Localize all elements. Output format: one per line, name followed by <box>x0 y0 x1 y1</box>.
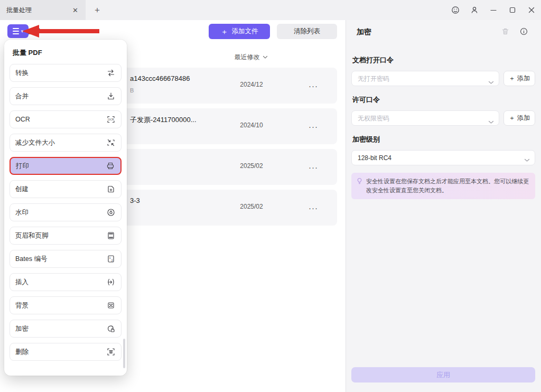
menu-item-label: 页眉和页脚 <box>15 231 49 240</box>
menu-item-label: 合并 <box>15 92 29 101</box>
tab-close-icon[interactable]: ✕ <box>71 6 79 14</box>
open-password-input[interactable] <box>352 71 499 86</box>
app-window: 批量处理 ✕ ＋ 加密 ▾ ＋ 添加文件 <box>0 0 541 392</box>
menu-item-convert[interactable]: 转换 <box>10 64 122 82</box>
row-more-button[interactable]: ··· <box>304 117 322 135</box>
row-more-button[interactable]: ··· <box>304 199 322 217</box>
trash-icon[interactable] <box>501 27 510 38</box>
batch-pdf-dropdown-menu: 批量 PDF 转换 合并 OCR OCR 减少文件大小 打印 <box>4 40 127 376</box>
file-name: 3-3 <box>130 197 140 204</box>
print-icon <box>106 161 115 171</box>
insert-icon <box>106 277 116 287</box>
add-files-label: 添加文件 <box>232 27 258 36</box>
theme-palette-icon[interactable] <box>446 0 465 20</box>
tab-batch-processing[interactable]: 批量处理 ✕ <box>0 0 86 20</box>
menu-item-label: 减少文件大小 <box>15 138 55 147</box>
open-password-label: 文档打开口令 <box>352 55 394 65</box>
compress-icon <box>106 138 116 147</box>
info-icon[interactable] <box>519 27 528 38</box>
svg-text:OCR: OCR <box>108 118 114 121</box>
minimize-button[interactable] <box>484 0 503 20</box>
new-tab-icon[interactable]: ＋ <box>93 5 101 16</box>
file-name: 子发票-2411700000... <box>130 115 197 125</box>
encrypt-icon <box>106 324 116 333</box>
hamburger-icon <box>13 28 19 34</box>
titlebar: 批量处理 ✕ ＋ <box>0 0 541 20</box>
svg-text:2: 2 <box>111 259 113 262</box>
delete-icon <box>106 347 116 357</box>
tip-bulb-icon <box>356 178 363 187</box>
menu-item-label: 背景 <box>15 301 29 310</box>
sort-label: 最近修改 <box>235 53 260 62</box>
dropdown-header: 批量 PDF <box>13 48 118 58</box>
menu-item-create[interactable]: 创建 <box>10 180 122 198</box>
file-size: B <box>130 87 134 94</box>
chevron-down-icon[interactable] <box>488 117 494 126</box>
file-date: 2025/02 <box>230 162 273 170</box>
add-files-button[interactable]: ＋ 添加文件 <box>209 24 270 39</box>
close-window-button[interactable] <box>522 0 541 20</box>
add-label: 添加 <box>517 114 530 123</box>
file-date: 2024/10 <box>230 122 273 129</box>
menu-item-delete[interactable]: 删除 <box>10 343 122 361</box>
menu-item-label: Bates 编号 <box>15 255 47 264</box>
header-footer-icon <box>106 231 116 240</box>
menu-item-label: 创建 <box>15 185 29 194</box>
maximize-button[interactable] <box>503 0 522 20</box>
security-notice: 安全性设置在您保存文档之后才能应用至本文档。您可以继续更改安全性设置直至您关闭文… <box>351 173 535 199</box>
user-account-icon[interactable] <box>465 0 484 20</box>
chevron-down-icon[interactable] <box>488 77 494 87</box>
chevron-down-icon: ▾ <box>21 29 24 34</box>
encryption-level-label: 加密级别 <box>352 135 380 144</box>
permission-password-input[interactable] <box>352 111 499 125</box>
menu-item-ocr[interactable]: OCR OCR <box>10 110 122 128</box>
plus-icon: ＋ <box>509 114 515 123</box>
row-more-button[interactable]: ··· <box>304 158 322 176</box>
menu-item-label: OCR <box>15 116 30 123</box>
titlebar-controls <box>446 0 541 20</box>
security-notice-text: 安全性设置在您保存文档之后才能应用至本文档。您可以继续更改安全性设置直至您关闭文… <box>366 178 529 193</box>
panel-title: 加密 <box>357 27 371 37</box>
encryption-level-select[interactable]: 128-bit RC4 <box>351 150 535 165</box>
menu-item-header-footer[interactable]: 页眉和页脚 <box>10 227 122 245</box>
menu-item-label: 加密 <box>15 324 29 333</box>
open-password-field[interactable] <box>351 71 499 86</box>
menu-item-background[interactable]: 背景 <box>10 296 122 314</box>
add-permission-password-button[interactable]: ＋ 添加 <box>503 110 535 126</box>
menu-item-insert[interactable]: 插入 <box>10 273 122 291</box>
apply-button[interactable]: 应用 <box>351 367 535 382</box>
add-open-password-button[interactable]: ＋ 添加 <box>503 71 535 86</box>
encryption-level-value: 128-bit RC4 <box>358 154 391 162</box>
convert-icon <box>106 68 116 78</box>
menu-item-merge[interactable]: 合并 <box>10 87 122 105</box>
background-icon <box>106 301 116 310</box>
row-more-button[interactable]: ··· <box>304 77 322 95</box>
menu-item-compress[interactable]: 减少文件大小 <box>10 134 122 152</box>
permission-password-field[interactable] <box>351 110 499 126</box>
file-date: 2024/12 <box>230 81 273 88</box>
menu-item-encrypt[interactable]: 加密 <box>10 320 122 338</box>
encrypt-settings-panel: 加密 文档打开口令 ＋ 添加 许可口令 ＋ 添加 加密 <box>346 20 541 392</box>
plus-icon: ＋ <box>509 74 515 83</box>
sort-dropdown[interactable]: 最近修改 <box>225 53 277 62</box>
menu-item-bates[interactable]: Bates 编号 12 <box>10 250 122 268</box>
clear-list-button[interactable]: 清除列表 <box>277 24 337 39</box>
batch-menu-button[interactable]: ▾ <box>7 24 29 38</box>
menu-scrollbar[interactable] <box>123 339 125 368</box>
plus-icon: ＋ <box>221 28 228 35</box>
file-name: a143ccc466678486 <box>130 74 190 82</box>
permission-password-label: 许可口令 <box>352 95 380 105</box>
menu-item-watermark[interactable]: 水印 <box>10 203 122 221</box>
add-label: 添加 <box>517 74 530 83</box>
menu-item-label: 转换 <box>15 69 29 78</box>
ocr-icon: OCR <box>106 115 116 124</box>
menu-item-print[interactable]: 打印 <box>10 157 122 175</box>
clear-list-label: 清除列表 <box>294 27 320 36</box>
bates-number-icon: 12 <box>106 254 116 264</box>
file-date: 2025/02 <box>230 203 273 210</box>
create-icon <box>106 184 116 194</box>
menu-item-label: 水印 <box>15 208 29 217</box>
menu-item-label: 打印 <box>16 162 29 171</box>
watermark-icon <box>106 208 116 217</box>
menu-item-label: 删除 <box>15 348 29 357</box>
